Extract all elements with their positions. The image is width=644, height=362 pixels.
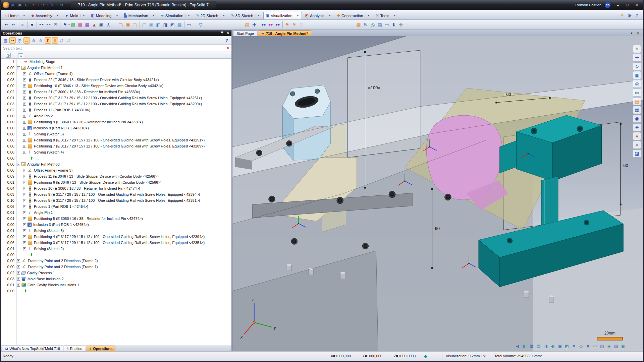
bottom-tab-operations[interactable]: ⬆Operations xyxy=(86,346,115,351)
tree-row[interactable]: 0,01+Positioning 6 (E 3046 / 13 - Slide … xyxy=(1,179,231,185)
driver-add-icon[interactable]: ✚ xyxy=(251,21,258,28)
zoom-fit-icon[interactable]: ◎ xyxy=(633,80,641,88)
param-flag-alt-icon[interactable]: ⚑ xyxy=(291,21,298,28)
menu-tab-mold[interactable]: ▼Mold▼ xyxy=(62,12,88,19)
expand-icon[interactable]: + xyxy=(23,97,26,100)
menu-dropdown-icon[interactable]: ▼ xyxy=(21,14,25,17)
stage-frame-alt-icon[interactable]: ▢ xyxy=(131,21,139,28)
document-tab[interactable]: ▼719 - Angle Pin Method* xyxy=(258,31,311,36)
tree-row[interactable]: 0,03+Process 22 (E 3046 / 13 - Slide Sto… xyxy=(1,77,231,83)
theme-brush-icon[interactable]: ✳ xyxy=(619,12,625,18)
avatar[interactable]: RB xyxy=(605,2,610,8)
flag-dropdown-icon[interactable]: ⚑ xyxy=(61,21,68,28)
perspective-icon[interactable]: ▼ xyxy=(571,343,577,349)
binoculars-icon[interactable]: ●● xyxy=(3,21,10,28)
expand-icon[interactable]: + xyxy=(23,211,26,214)
expand-icon[interactable]: + xyxy=(23,84,26,87)
tree-row[interactable]: 0,00⬆... xyxy=(1,252,231,258)
grid-toggle-icon[interactable]: ◈ xyxy=(606,343,612,349)
exploded-view-icon[interactable]: ▤ xyxy=(244,21,251,28)
stage-frame-filled-icon[interactable]: ▣ xyxy=(124,21,131,28)
more-tools-icon[interactable]: ✚ xyxy=(397,21,405,28)
expand-icon[interactable]: + xyxy=(23,193,26,196)
transfer-operations-icon[interactable]: ⇄ xyxy=(66,37,72,44)
menu-dropdown-icon[interactable]: ▼ xyxy=(185,14,190,17)
dropdown-caret-icon[interactable]: ▾ xyxy=(38,4,39,6)
tree-row[interactable]: 0,00+Positioning 8 (E 3117 / 29 / 15 / 1… xyxy=(1,137,231,143)
render-image-icon[interactable]: ▨ xyxy=(70,21,77,28)
tree-row[interactable]: 0,02+Cavity Process 1 xyxy=(1,270,231,276)
shaded-view-icon[interactable]: ◆ xyxy=(549,343,556,349)
tree-branch-alt-icon[interactable]: ⋔ xyxy=(38,37,44,44)
time-range-icon[interactable]: ◷ xyxy=(16,37,23,44)
components-group-icon[interactable]: ▼▼ xyxy=(38,21,45,28)
tree-row[interactable]: 0,00−Angular Pin Method xyxy=(1,161,231,167)
collapse-toolbar-icon[interactable]: « xyxy=(633,45,641,53)
dropdown-caret-icon[interactable]: ▾ xyxy=(56,4,58,6)
tree-row[interactable]: 0,00+Positioning 7 (E 3117 / 29 / 15 / 1… xyxy=(1,143,231,149)
refresh-icon[interactable]: ↻ xyxy=(59,2,65,8)
expand-icon[interactable]: + xyxy=(23,223,26,226)
menu-tab-home[interactable]: ⌂Home▼ xyxy=(2,12,28,19)
menu-dropdown-icon[interactable]: ▼ xyxy=(256,14,260,17)
render-scene-icon[interactable]: ▩ xyxy=(77,21,84,28)
tree-row[interactable]: 0,01+ISolving (Sketch 2) xyxy=(1,246,231,252)
menu-dropdown-icon[interactable]: ▼ xyxy=(80,14,85,17)
export-icon[interactable]: ⬇ xyxy=(390,21,397,28)
tree-row[interactable]: 0,00+Inclusion 3 (Part ROB 1 <42454>) xyxy=(1,222,231,228)
tree-row[interactable]: 0,00⬆... xyxy=(1,155,231,161)
menu-dropdown-icon[interactable]: ▼ xyxy=(114,14,118,17)
dock-tree-icon[interactable]: ▧ xyxy=(2,37,9,44)
tree-row[interactable]: 0,01+Positioning 5 (E 3060 / 16 / 38 - R… xyxy=(1,216,231,222)
grid-icon[interactable]: ▦ xyxy=(633,106,641,114)
expand-icon[interactable]: + xyxy=(23,229,26,232)
globe-icon[interactable]: ◎ xyxy=(369,21,376,28)
ruler-icon[interactable]: ▭ xyxy=(185,21,193,28)
snapshot-icon[interactable]: ▣ xyxy=(98,21,105,28)
tree-row[interactable]: 0,03+Mold Base Inclusion 2 xyxy=(1,276,231,282)
menu-dropdown-icon[interactable]: ▼ xyxy=(392,14,396,17)
magnifier-plus-icon[interactable]: ⊕ xyxy=(633,123,641,131)
tree-row[interactable]: 0,00+ISolving (Sketch 5) xyxy=(1,131,231,137)
render-mesh-icon[interactable]: ▲ xyxy=(91,21,98,28)
menu-tab-modeling[interactable]: ◧Modeling▼ xyxy=(88,12,121,19)
cubes-magenta-icon[interactable]: ◆◆ xyxy=(267,21,274,28)
expand-icon[interactable]: + xyxy=(17,284,20,287)
menu-tab-simulation[interactable]: ∿Simulation▼ xyxy=(158,12,193,19)
tree-branch-icon[interactable]: ⋔ xyxy=(31,37,37,44)
menu-tab-mechanism[interactable]: ▙Mechanism▼ xyxy=(121,12,157,19)
bottom-tab-entities[interactable]: 8Entities xyxy=(64,346,85,351)
wireframe-icon[interactable]: ◨ xyxy=(542,343,549,349)
tree-row[interactable]: 0,01+Core Cavity Blocks Inclusions 1 xyxy=(1,282,231,288)
help-icon[interactable]: ? xyxy=(224,38,230,43)
section-icon[interactable]: ◪ xyxy=(633,149,641,158)
tree-row[interactable]: 0,00+∠Offset Frame (Frame 3) xyxy=(1,167,231,173)
tree-row[interactable]: 0,06+Positioning 3 (E 3117 / 29 / 15 / 1… xyxy=(1,240,231,246)
bottom-tab-what-s-new-topsolid-mold-719[interactable]: ◪What's New TopSolid'Mold 719 xyxy=(2,346,63,351)
collapse-icon[interactable]: − xyxy=(17,66,20,69)
expand-icon[interactable]: + xyxy=(23,169,26,172)
menu-tab-visualization[interactable]: ▣Visualization▼ xyxy=(263,12,302,19)
tree-row[interactable]: 0,01+ISolving (Sketch 3) xyxy=(1,228,231,234)
tree-row[interactable]: 0,02+Process 12 (Part ROB 1 <43310>) xyxy=(1,107,231,113)
filter-column-header[interactable]: ⇅ xyxy=(18,53,23,58)
topsolid-logo-icon[interactable] xyxy=(3,2,9,8)
close-panel-icon[interactable]: ✕ xyxy=(226,31,229,35)
time-column-header[interactable]: ◷ xyxy=(6,53,11,58)
collision-net-icon[interactable]: ✉ xyxy=(52,21,59,28)
rotate-view-icon[interactable]: ↻ xyxy=(633,62,641,70)
menu-dropdown-icon[interactable]: ▼ xyxy=(221,14,225,17)
tree-row[interactable]: 0,00+Positioning 4 (E 3117 / 29 / 15 / 1… xyxy=(1,234,231,240)
view-cube-top-icon[interactable]: ◩ xyxy=(169,21,176,28)
workshop-grid-icon[interactable]: ▦ xyxy=(355,21,362,28)
expand-icon[interactable]: + xyxy=(23,115,26,118)
expand-icon[interactable]: + xyxy=(23,187,26,190)
walkthrough-icon[interactable]: ⅄ xyxy=(105,21,112,28)
expand-icon[interactable]: + xyxy=(23,103,26,106)
close-button[interactable]: ✕ xyxy=(633,2,641,8)
tree-row[interactable]: 0,02+Process 21 (E 3060 / 16 / 38 - Reta… xyxy=(1,89,231,95)
component-icon[interactable]: ▼ xyxy=(29,21,36,28)
expand-icon[interactable]: + xyxy=(23,72,26,75)
print-icon[interactable]: ⊟ xyxy=(24,2,30,8)
expand-icon[interactable]: + xyxy=(23,247,26,250)
